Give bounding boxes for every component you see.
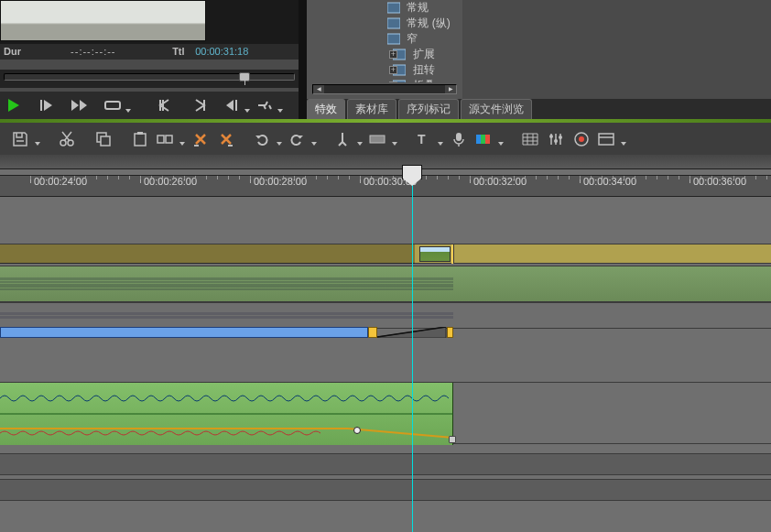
svg-rect-21 (481, 135, 485, 144)
ruler-minor-tick (129, 176, 130, 179)
ruler-minor-tick (327, 176, 328, 179)
layout-button[interactable] (595, 127, 628, 151)
expand-icon[interactable]: + (389, 50, 397, 59)
empty-track[interactable] (0, 453, 771, 475)
preview-thumbnail[interactable] (0, 0, 206, 41)
audio-track-2[interactable] (0, 382, 771, 444)
clip-handle[interactable] (447, 327, 453, 338)
audio-clip[interactable] (0, 383, 453, 445)
playhead-handle[interactable] (402, 165, 422, 179)
preview-scrubber[interactable] (0, 70, 299, 88)
clip-end-handle[interactable] (449, 436, 456, 443)
undo-button[interactable] (251, 127, 284, 151)
chevron-down-icon (438, 142, 443, 146)
loop-button[interactable] (101, 95, 125, 115)
tree-item[interactable]: 常规 (307, 0, 462, 16)
ruler-minor-tick (733, 176, 734, 179)
audio-track-1b[interactable] (0, 302, 771, 329)
mark-in-button[interactable] (154, 95, 178, 115)
play-button[interactable] (2, 95, 26, 115)
audio-waveform[interactable] (0, 266, 453, 301)
clip-body[interactable] (0, 327, 368, 338)
svg-rect-19 (456, 133, 462, 141)
time-ruler[interactable]: 00:00:24:00 00:00:26:00 00:00:28:00 00:0… (0, 175, 771, 197)
scope-button[interactable] (570, 127, 593, 151)
color-fx-button[interactable] (472, 127, 505, 151)
playhead[interactable] (412, 169, 413, 532)
keyframe[interactable] (353, 427, 361, 434)
voiceover-button[interactable] (447, 127, 471, 151)
effects-h-scrollbar[interactable]: ◀ ▶ (312, 84, 457, 94)
ruler-minor-tick (525, 176, 526, 179)
video-clip[interactable] (0, 244, 415, 264)
tab-effects[interactable]: 特效 (307, 99, 345, 119)
transition-clip[interactable] (0, 327, 453, 338)
clip-edge[interactable] (451, 244, 454, 264)
mixer-button[interactable] (544, 127, 568, 151)
tree-item[interactable]: 常规 (纵) (307, 16, 462, 31)
chevron-down-icon (244, 109, 250, 113)
effects-tree[interactable]: 常规 常规 (纵) 窄 + 扩展 + 扭转 + 折叠 (307, 0, 462, 82)
svg-point-9 (60, 140, 66, 146)
clip-thumbnail[interactable] (419, 246, 451, 262)
ruler-minor-tick (668, 176, 668, 179)
tree-item[interactable]: + 扭转 (307, 62, 462, 78)
prev-edit-button[interactable] (220, 95, 244, 115)
scrub-handle[interactable] (239, 72, 250, 81)
grid-button[interactable] (518, 127, 542, 151)
expand-icon[interactable]: + (389, 81, 397, 82)
ruler-minor-tick (558, 176, 559, 179)
step-forward-button[interactable] (35, 95, 59, 115)
chevron-down-icon (498, 142, 504, 146)
scrub-track[interactable] (4, 73, 295, 81)
panel-divider[interactable] (299, 0, 307, 119)
fast-forward-button[interactable] (68, 95, 92, 115)
ruler-minor-tick (492, 176, 493, 179)
save-button[interactable] (9, 127, 42, 151)
video-track[interactable] (0, 244, 771, 264)
ruler-minor-tick (371, 176, 372, 179)
ruler-minor-tick (239, 176, 240, 179)
svg-rect-5 (387, 34, 400, 44)
ruler-minor-tick (646, 176, 646, 179)
folder-icon (387, 2, 400, 14)
tab-source[interactable]: 源文件浏览 (461, 99, 532, 119)
tab-markers[interactable]: 序列标记 (398, 99, 459, 119)
redo-button[interactable] (286, 127, 319, 151)
audio-track-1[interactable] (0, 266, 771, 302)
next-edit-button[interactable] (253, 95, 277, 115)
svg-point-24 (554, 139, 558, 143)
tab-library[interactable]: 素材库 (347, 99, 396, 119)
ruler-minor-tick (206, 176, 207, 179)
paste-button[interactable] (128, 127, 152, 151)
ruler-minor-tick (63, 176, 64, 179)
scroll-right-button[interactable]: ▶ (445, 85, 456, 93)
ruler-minor-tick (635, 176, 635, 179)
ruler-minor-tick (382, 176, 383, 179)
ripple-button[interactable] (154, 127, 187, 151)
fade-button[interactable] (366, 127, 399, 151)
fade-wedge[interactable] (377, 327, 452, 338)
ruler-minor-tick (195, 176, 196, 179)
delete-cut-a-button[interactable] (189, 127, 212, 151)
scroll-left-button[interactable]: ◀ (313, 85, 324, 93)
tree-item[interactable]: 窄 (307, 31, 462, 47)
copy-button[interactable] (92, 127, 115, 151)
marker-button[interactable] (331, 127, 364, 151)
cut-button[interactable] (55, 127, 79, 151)
tree-item[interactable]: + 扩展 (307, 47, 462, 62)
ruler-minor-tick (679, 176, 679, 179)
scrub-tick (244, 80, 245, 85)
ruler-minor-tick (162, 176, 163, 179)
ruler-tick: 00:00:34:00 (580, 176, 636, 183)
mark-out-button[interactable] (187, 95, 211, 115)
expand-icon[interactable]: + (389, 66, 397, 74)
tree-item[interactable]: + 折叠 (307, 78, 462, 82)
ruler-minor-tick (755, 176, 756, 179)
empty-track[interactable] (0, 479, 771, 501)
delete-cut-b-button[interactable] (214, 127, 238, 151)
audio-waveform[interactable] (0, 303, 453, 328)
title-button[interactable]: T (412, 127, 445, 151)
svg-rect-20 (476, 135, 481, 144)
clip-handle[interactable] (368, 327, 377, 338)
